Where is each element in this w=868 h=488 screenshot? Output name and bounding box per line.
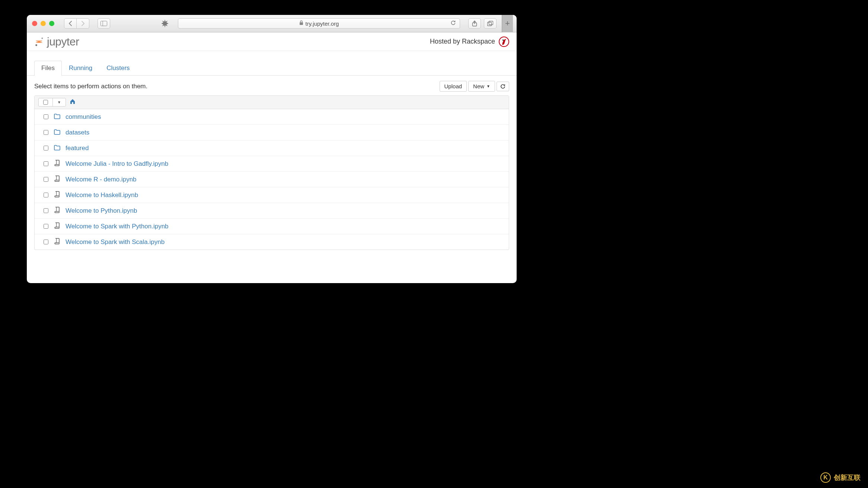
row-checkbox[interactable] bbox=[44, 224, 48, 229]
address-bar[interactable]: try.jupyter.org bbox=[178, 18, 460, 29]
list-item: communities bbox=[35, 109, 509, 125]
show-sidebar-button[interactable] bbox=[98, 18, 110, 29]
folder-icon bbox=[54, 113, 60, 121]
item-link[interactable]: communities bbox=[66, 113, 101, 121]
refresh-icon bbox=[500, 84, 505, 89]
reload-button[interactable] bbox=[450, 20, 456, 27]
browser-window: try.jupyter.org + jupyter bbox=[27, 15, 517, 283]
row-checkbox[interactable] bbox=[44, 193, 48, 197]
rackspace-icon bbox=[499, 37, 509, 47]
dashboard-tabs: FilesRunningClusters bbox=[27, 61, 517, 76]
extension-icon[interactable] bbox=[160, 19, 170, 28]
plus-icon: + bbox=[505, 19, 510, 28]
list-item: featured bbox=[35, 140, 509, 156]
row-checkbox[interactable] bbox=[44, 240, 48, 244]
row-checkbox[interactable] bbox=[44, 208, 48, 213]
list-item: Welcome R - demo.ipynb bbox=[35, 172, 509, 187]
jupyter-logo-text: jupyter bbox=[47, 35, 79, 48]
forward-button[interactable] bbox=[77, 18, 89, 29]
dashboard-toolbar: Select items to perform actions on them.… bbox=[27, 76, 517, 95]
svg-rect-0 bbox=[101, 21, 107, 26]
window-controls bbox=[32, 21, 54, 26]
refresh-button[interactable] bbox=[497, 82, 509, 91]
list-item: Welcome Julia - Intro to Gadfly.ipynb bbox=[35, 156, 509, 172]
new-label: New bbox=[473, 83, 484, 89]
caret-down-icon: ▼ bbox=[57, 100, 61, 104]
item-link[interactable]: Welcome Julia - Intro to Gadfly.ipynb bbox=[66, 160, 168, 168]
home-icon bbox=[70, 99, 76, 104]
row-checkbox[interactable] bbox=[44, 146, 48, 150]
folder-icon bbox=[54, 128, 60, 137]
minimize-window-button[interactable] bbox=[41, 21, 46, 26]
zoom-window-button[interactable] bbox=[49, 21, 54, 26]
notebook-icon bbox=[54, 206, 60, 215]
sidebar-icon bbox=[100, 21, 107, 26]
select-menu-button[interactable]: ▼ bbox=[52, 98, 66, 106]
list-item: datasets bbox=[35, 125, 509, 140]
chevron-left-icon bbox=[68, 21, 72, 26]
tab-files[interactable]: Files bbox=[34, 61, 62, 76]
lock-icon bbox=[299, 20, 303, 26]
back-button[interactable] bbox=[64, 18, 77, 29]
tab-running[interactable]: Running bbox=[62, 61, 99, 76]
jupyter-logo-icon bbox=[34, 37, 44, 47]
show-tabs-button[interactable] bbox=[484, 18, 497, 29]
watermark-icon: K bbox=[820, 472, 831, 483]
item-link[interactable]: Welcome R - demo.ipynb bbox=[66, 176, 137, 183]
share-icon bbox=[472, 20, 477, 26]
close-window-button[interactable] bbox=[32, 21, 37, 26]
tab-clusters[interactable]: Clusters bbox=[99, 61, 137, 76]
notebook-icon bbox=[54, 238, 60, 246]
list-item: Welcome to Spark with Python.ipynb bbox=[35, 219, 509, 234]
item-link[interactable]: datasets bbox=[66, 129, 89, 136]
upload-label: Upload bbox=[444, 83, 462, 89]
hosted-label: Hosted by Rackspace bbox=[430, 38, 495, 45]
file-list: ▼ communitiesdatasetsfeaturedWelcome Jul… bbox=[34, 95, 509, 250]
item-link[interactable]: Welcome to Python.ipynb bbox=[66, 207, 137, 215]
notebook-icon bbox=[54, 159, 60, 168]
toolbar-right bbox=[468, 18, 497, 29]
item-link[interactable]: featured bbox=[66, 145, 89, 152]
svg-rect-5 bbox=[489, 21, 493, 25]
nav-buttons bbox=[64, 18, 89, 29]
item-link[interactable]: Welcome to Spark with Scala.ipynb bbox=[66, 238, 165, 246]
item-link[interactable]: Welcome to Haskell.ipynb bbox=[66, 191, 138, 199]
row-checkbox[interactable] bbox=[44, 130, 48, 135]
jupyter-logo[interactable]: jupyter bbox=[34, 35, 79, 48]
notebook-icon bbox=[54, 191, 60, 199]
svg-point-9 bbox=[502, 39, 504, 40]
list-item: Welcome to Python.ipynb bbox=[35, 203, 509, 219]
watermark: K 创新互联 bbox=[820, 472, 861, 483]
caret-down-icon: ▼ bbox=[486, 84, 490, 88]
breadcrumb-home[interactable] bbox=[70, 99, 76, 106]
select-all-group: ▼ bbox=[38, 98, 66, 107]
watermark-text: 创新互联 bbox=[834, 473, 861, 482]
folder-icon bbox=[54, 144, 60, 152]
notebook-icon bbox=[54, 222, 60, 231]
browser-titlebar: try.jupyter.org + bbox=[27, 15, 517, 32]
svg-rect-2 bbox=[300, 22, 303, 25]
select-all-checkbox[interactable] bbox=[39, 98, 52, 106]
new-button[interactable]: New ▼ bbox=[468, 81, 495, 92]
svg-rect-4 bbox=[488, 22, 492, 26]
selection-prompt: Select items to perform actions on them. bbox=[34, 83, 147, 90]
hosted-by[interactable]: Hosted by Rackspace bbox=[430, 37, 509, 47]
share-button[interactable] bbox=[468, 18, 481, 29]
file-list-header: ▼ bbox=[35, 96, 509, 109]
chevron-right-icon bbox=[81, 21, 85, 26]
item-link[interactable]: Welcome to Spark with Python.ipynb bbox=[66, 223, 169, 230]
app-header: jupyter Hosted by Rackspace bbox=[27, 32, 517, 51]
row-checkbox[interactable] bbox=[44, 161, 48, 166]
list-item: Welcome to Haskell.ipynb bbox=[35, 187, 509, 203]
svg-point-7 bbox=[35, 44, 37, 46]
row-checkbox[interactable] bbox=[44, 177, 48, 182]
notebook-icon bbox=[54, 175, 60, 184]
reload-icon bbox=[450, 20, 456, 26]
asterisk-icon bbox=[160, 19, 170, 28]
svg-point-6 bbox=[41, 37, 43, 39]
row-checkbox[interactable] bbox=[44, 114, 48, 119]
new-tab-button[interactable]: + bbox=[502, 15, 513, 32]
tabs-icon bbox=[487, 21, 493, 26]
address-url: try.jupyter.org bbox=[306, 20, 339, 27]
upload-button[interactable]: Upload bbox=[440, 81, 467, 92]
